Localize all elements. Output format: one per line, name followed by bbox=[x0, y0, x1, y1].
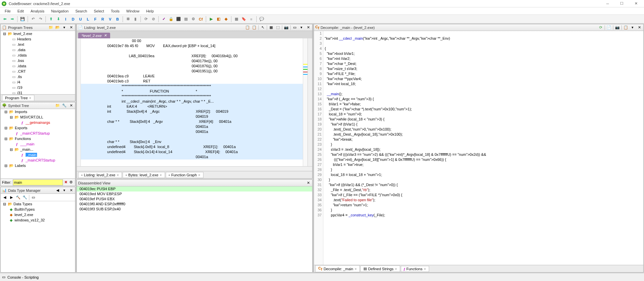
tree-item[interactable]: ▭.bss bbox=[1, 58, 75, 63]
decompile-line[interactable]: "kw">int __cdecl _main("kw">int _Argc,"k… bbox=[325, 36, 643, 41]
close-panel-icon[interactable]: ✕ bbox=[68, 103, 74, 108]
decompile-snapshot-icon[interactable]: 📷 bbox=[615, 25, 620, 30]
close-panel-icon[interactable]: ✕ bbox=[68, 25, 74, 30]
disasm-line[interactable]: 004019ec PUSH EBP bbox=[77, 186, 312, 191]
decompile-line[interactable]: { bbox=[325, 46, 643, 51]
db-icon[interactable]: ▤ bbox=[183, 16, 189, 23]
dtm-root-label[interactable]: Data Types bbox=[13, 202, 32, 206]
listing-line[interactable]: * FUNCTION * bbox=[81, 89, 303, 94]
decompile-copy-icon[interactable]: 📋 bbox=[623, 25, 629, 30]
close-tab-icon[interactable]: × bbox=[395, 267, 397, 271]
close-tab-icon[interactable]: ✕ bbox=[104, 33, 107, 38]
listing-line[interactable]: 00401a bbox=[81, 129, 303, 134]
listing-paste-icon[interactable]: 📋 bbox=[252, 25, 257, 30]
disasm-line[interactable]: 004019f3 SUB ESP,0x40 bbox=[77, 207, 312, 212]
close-tab-icon[interactable]: × bbox=[355, 267, 357, 271]
undo-icon[interactable]: ↶ bbox=[30, 16, 36, 23]
expand-icon[interactable]: ⊟ bbox=[2, 202, 7, 206]
nav-up-icon[interactable]: ⬆ bbox=[47, 16, 54, 23]
tree-item[interactable]: ▭.idata bbox=[1, 63, 75, 69]
decompile-line[interactable]: .text(_Dest,_Argv[local_18],"num">0x100)… bbox=[325, 132, 643, 137]
decompile-line[interactable]: "kw">bool bVar1; bbox=[325, 51, 643, 56]
expand-icon[interactable]: ⊟ bbox=[3, 163, 8, 168]
symbol-tree-item[interactable]: ⊟📂Labels bbox=[1, 163, 75, 168]
symbol-tree-item[interactable]: ⊟📂_main... bbox=[1, 147, 75, 152]
listing-scrollbar-v[interactable] bbox=[308, 38, 312, 166]
decompile-line[interactable]: "kw">int iVar2; bbox=[325, 56, 643, 61]
decompile-line[interactable]: } bbox=[325, 208, 643, 213]
listing-line[interactable]: char * * Stack[0x8]:4 _Argv XREF[4]: 004… bbox=[81, 119, 303, 124]
tree-item[interactable]: ▭/4 bbox=[1, 79, 75, 85]
cf-icon[interactable]: Cf bbox=[197, 16, 204, 23]
listing-menu-icon[interactable]: ▾ bbox=[299, 25, 304, 30]
menu-edit[interactable]: Edit bbox=[14, 8, 27, 14]
dtm-tool5-icon[interactable]: ▭ bbox=[31, 195, 36, 200]
letter-r-icon[interactable]: R bbox=[99, 16, 106, 23]
letter-d-icon[interactable]: D bbox=[70, 16, 76, 23]
listing-fields-icon[interactable]: ▦ bbox=[268, 25, 274, 30]
open-folder-icon[interactable]: 📂 bbox=[55, 25, 60, 30]
decompile-line[interactable]: "kw">char **ppcVar4; bbox=[325, 76, 643, 81]
symbol-tree-item[interactable]: f_mainCRTStartup bbox=[1, 131, 75, 136]
maximize-button[interactable]: ☐ bbox=[615, 0, 629, 7]
listing-line[interactable]: 0040179e(j), 00 bbox=[81, 59, 303, 64]
listing-line[interactable]: LAB_004019ea XREF[8]: 004016b4(j), 00 bbox=[81, 54, 303, 59]
listing-diff-icon[interactable]: ⬚ bbox=[275, 25, 281, 30]
dtm-item[interactable]: ◆BuiltInTypes bbox=[1, 207, 75, 212]
tree-item[interactable]: ▭Headers bbox=[1, 36, 75, 42]
decompile-line[interactable]: ((("kw">int)_Argv[local_18]["num">1] & 0… bbox=[325, 157, 643, 162]
decompile-code-area[interactable]: "kw">int __cdecl _main("kw">int _Argc,"k… bbox=[323, 31, 643, 265]
nav-down-icon[interactable]: ⬇ bbox=[55, 16, 62, 23]
listing-line[interactable]: undefined4 Stack[-0x14]:4 local_14 XREF[… bbox=[81, 149, 303, 154]
filter-options-icon[interactable]: ⚙ bbox=[68, 180, 74, 185]
listing-line[interactable]: 004019eb c3 RET bbox=[81, 79, 303, 84]
letter-i-icon[interactable]: I bbox=[62, 16, 69, 23]
decompile-bottom-tab[interactable]: CfDecompile: _main× bbox=[315, 265, 360, 272]
listing-line[interactable] bbox=[81, 48, 303, 54]
menu-analysis[interactable]: Analysis bbox=[27, 8, 48, 14]
menu-file[interactable]: File bbox=[1, 8, 14, 14]
disasm-line[interactable]: 004019f0 AND ESP,0xfffffff0 bbox=[77, 202, 312, 207]
listing-bottom-tab[interactable]: ▫Function Graph× bbox=[166, 172, 203, 178]
menu-navigation[interactable]: Navigation bbox=[48, 8, 72, 14]
menu-dropdown-icon[interactable]: ▾ bbox=[62, 25, 67, 30]
decompile-line[interactable]: bVar1 = "kw">true; bbox=[325, 162, 643, 167]
disasm-code-area[interactable]: 004019ec PUSH EBP004019ed MOV EBP,ESP004… bbox=[77, 186, 312, 272]
listing-bottom-tab[interactable]: ▫Listing: level_2.exe× bbox=[78, 172, 122, 178]
dtm-back-icon[interactable]: ◀ bbox=[55, 188, 60, 193]
listing-scrollbar-h[interactable] bbox=[77, 166, 312, 171]
chat-icon[interactable]: 💬 bbox=[258, 16, 265, 23]
expand-icon[interactable]: ⊟ bbox=[2, 31, 7, 36]
decompile-menu-icon[interactable]: ▾ bbox=[630, 25, 635, 30]
close-tab-icon[interactable]: × bbox=[29, 96, 31, 100]
symbol-tree-item[interactable]: ⊟📂Exports bbox=[1, 125, 75, 131]
listing-file-tab[interactable]: *level_2.exe ✕ bbox=[78, 33, 110, 38]
save-icon[interactable]: 💾 bbox=[19, 16, 26, 23]
decompile-line[interactable]: "kw">int local_18; bbox=[325, 81, 643, 86]
symbol-filter-input[interactable] bbox=[13, 179, 63, 185]
decompile-line[interactable]: "kw">if (bVar1) { bbox=[325, 122, 643, 127]
dtm-tool3-icon[interactable]: 🔨 bbox=[15, 195, 21, 200]
expand-icon[interactable]: ⊟ bbox=[9, 115, 13, 119]
listing-line[interactable]: 004019ea c9 LEAVE bbox=[81, 74, 303, 79]
listing-bottom-tab[interactable]: ▫Bytes: level_2.exe× bbox=[123, 172, 165, 178]
symbol-tree-item[interactable]: f_mainCRTStartup bbox=[1, 157, 75, 163]
decompile-bottom-tab[interactable]: ▤Defined Strings× bbox=[360, 266, 400, 272]
decompile-line[interactable]: "kw">if (((sVar3 == "num">2) && ((("kw">… bbox=[325, 152, 643, 157]
decompile-refresh-icon[interactable]: ⟳ bbox=[598, 25, 603, 30]
redo-icon[interactable]: ↷ bbox=[37, 16, 44, 23]
letter-b-icon[interactable]: B bbox=[114, 16, 121, 23]
listing-code-area[interactable]: 00 00 004019e7 8b 45 f0 MOV EAX,dword pt… bbox=[81, 38, 303, 166]
close-panel-icon[interactable]: ✕ bbox=[68, 188, 74, 193]
listing-line[interactable]: 004019 bbox=[81, 114, 303, 119]
check-icon[interactable]: ✓ bbox=[160, 16, 167, 23]
close-panel-icon[interactable]: ✕ bbox=[305, 180, 311, 186]
listing-line[interactable]: ****************************************… bbox=[81, 94, 303, 99]
decompile-line[interactable]: "kw">FILE *_File; bbox=[325, 71, 643, 76]
decompile-bottom-tab[interactable]: fFunctions× bbox=[401, 266, 429, 272]
decompile-line[interactable]: .text(_Dest,"num">0,"num">0x100); bbox=[325, 127, 643, 132]
listing-cursor-icon[interactable]: ↖ bbox=[260, 25, 265, 30]
listing-layout-icon[interactable]: ▭ bbox=[292, 25, 297, 30]
table-icon[interactable]: ▦ bbox=[233, 16, 240, 23]
dtm-item[interactable]: ◆windows_vs12_32 bbox=[1, 217, 75, 223]
